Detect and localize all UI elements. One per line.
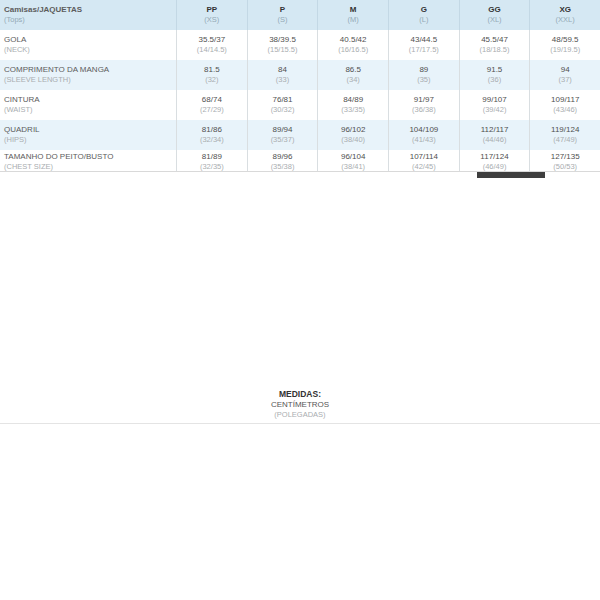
row-label: CINTURA(WAIST)	[0, 90, 176, 120]
measurement-cell-main: 38/39.5	[248, 35, 318, 45]
header-size-pp-main: PP	[177, 5, 247, 15]
measurement-cell: 84/89(33/35)	[317, 90, 388, 120]
row-label-sub: (NECK)	[4, 45, 174, 55]
measurement-cell: 35.5/37(14/14.5)	[176, 30, 247, 60]
header-size-gg-main: GG	[460, 5, 530, 15]
measurement-cell: 86.5(34)	[317, 60, 388, 90]
table-row: TAMANHO DO PEITO/BUSTO(CHEST SIZE)81/89(…	[0, 150, 600, 172]
measurement-cell-sub: (27/29)	[177, 105, 247, 115]
measurement-cell-main: 40.5/42	[318, 35, 388, 45]
measurement-cell-main: 81/86	[177, 125, 247, 135]
measurement-cell: 81/86(32/34)	[176, 120, 247, 150]
measurement-cell-sub: (32/35)	[177, 162, 247, 171]
measurement-cell-sub: (42/45)	[389, 162, 459, 171]
header-size-gg-sub: (XL)	[460, 15, 530, 25]
measurement-cell-sub: (17/17.5)	[389, 45, 459, 55]
measurement-cell: 104/109(41/43)	[388, 120, 459, 150]
table-header-row: Camisas/JAQUETAS(Tops)PP(XS)P(S)M(M)G(L)…	[0, 0, 600, 30]
row-label: COMPRIMENTO DA MANGA(SLEEVE LENGTH)	[0, 60, 176, 90]
measurement-cell: 81/89(32/35)	[176, 150, 247, 171]
header-size-g-main: G	[389, 5, 459, 15]
measurement-cell-sub: (16/16.5)	[318, 45, 388, 55]
header-size-gg: GG(XL)	[459, 0, 530, 30]
measurement-cell-main: 86.5	[318, 65, 388, 75]
row-label: GOLA(NECK)	[0, 30, 176, 60]
measurement-cell: 94(37)	[529, 60, 600, 90]
measurement-cell: 109/117(43/46)	[529, 90, 600, 120]
measurement-cell-sub: (33)	[248, 75, 318, 85]
measurement-cell: 117/124(46/49)	[459, 150, 530, 171]
measurement-cell-sub: (41/43)	[389, 135, 459, 145]
measurement-cell-main: 107/114	[389, 152, 459, 162]
header-size-p: P(S)	[247, 0, 318, 30]
measurement-cell-main: 35.5/37	[177, 35, 247, 45]
measurement-cell-sub: (38/40)	[318, 135, 388, 145]
header-size-m: M(M)	[317, 0, 388, 30]
measurement-cell-sub: (30/32)	[248, 105, 318, 115]
header-size-m-sub: (M)	[318, 15, 388, 25]
measurement-cell-sub: (35/38)	[248, 162, 318, 171]
measurement-cell: 89/96(35/38)	[247, 150, 318, 171]
measurement-cell-sub: (47/49)	[530, 135, 600, 145]
measurement-cell: 68/74(27/29)	[176, 90, 247, 120]
header-size-p-main: P	[248, 5, 318, 15]
row-label-main: GOLA	[4, 35, 174, 45]
measurement-cell-sub: (14/14.5)	[177, 45, 247, 55]
measurement-cell-main: 99/107	[460, 95, 530, 105]
header-size-pp: PP(XS)	[176, 0, 247, 30]
measurement-cell-sub: (35)	[389, 75, 459, 85]
header-title-cell: Camisas/JAQUETAS(Tops)	[0, 0, 176, 30]
measurement-cell-main: 94	[530, 65, 600, 75]
measurement-cell-sub: (32/34)	[177, 135, 247, 145]
measurement-cell-main: 112/117	[460, 125, 530, 135]
table-row: GOLA(NECK)35.5/37(14/14.5)38/39.5(15/15.…	[0, 30, 600, 60]
row-label-sub: (SLEEVE LENGTH)	[4, 75, 174, 85]
measurement-cell: 119/124(47/49)	[529, 120, 600, 150]
header-title-cell-main: Camisas/JAQUETAS	[4, 5, 174, 15]
measurement-cell: 45.5/47(18/18.5)	[459, 30, 530, 60]
header-size-p-sub: (S)	[248, 15, 318, 25]
measurement-unit-alt: (POLEGADAS)	[0, 410, 600, 420]
measurement-cell-main: 127/135	[530, 152, 600, 162]
measurement-cell-main: 81/89	[177, 152, 247, 162]
measurement-cell: 48/59.5(19/19.5)	[529, 30, 600, 60]
row-label: QUADRIL(HIPS)	[0, 120, 176, 150]
row-label-sub: (WAIST)	[4, 105, 174, 115]
measurement-cell: 43/44.5(17/17.5)	[388, 30, 459, 60]
measurement-cell: 96/102(38/40)	[317, 120, 388, 150]
measurement-cell: 81.5(32)	[176, 60, 247, 90]
size-chart-page: MasculinoFemininoInfantilCalçados Camisa…	[0, 0, 600, 600]
row-label-main: COMPRIMENTO DA MANGA	[4, 65, 174, 75]
header-size-g: G(L)	[388, 0, 459, 30]
measurement-cell-main: 96/104	[318, 152, 388, 162]
measurement-cell: 89(35)	[388, 60, 459, 90]
row-label: TAMANHO DO PEITO/BUSTO(CHEST SIZE)	[0, 150, 176, 171]
measurement-note-title: MEDIDAS:	[0, 389, 600, 400]
row-label-main: TAMANHO DO PEITO/BUSTO	[4, 152, 174, 162]
measurement-cell-main: 68/74	[177, 95, 247, 105]
measurement-cell: 107/114(42/45)	[388, 150, 459, 171]
measurement-cell-main: 84/89	[318, 95, 388, 105]
measurement-cell: 40.5/42(16/16.5)	[317, 30, 388, 60]
measurement-cell: 127/135(50/53)	[529, 150, 600, 171]
header-size-xg: XG(XXL)	[529, 0, 600, 30]
measurement-cell-main: 45.5/47	[460, 35, 530, 45]
measurement-cell-main: 104/109	[389, 125, 459, 135]
measurement-cell-main: 119/124	[530, 125, 600, 135]
table-row: COMPRIMENTO DA MANGA(SLEEVE LENGTH)81.5(…	[0, 60, 600, 90]
measurement-cell-sub: (43/46)	[530, 105, 600, 115]
measurement-cell-main: 89	[389, 65, 459, 75]
measurement-cell-sub: (38/41)	[318, 162, 388, 171]
header-size-pp-sub: (XS)	[177, 15, 247, 25]
measurement-cell: 112/117(44/46)	[459, 120, 530, 150]
measurement-cell-sub: (34)	[318, 75, 388, 85]
measurement-cell: 96/104(38/41)	[317, 150, 388, 171]
measurement-cell: 89/94(35/37)	[247, 120, 318, 150]
measurement-cell-sub: (36)	[460, 75, 530, 85]
table-row: CINTURA(WAIST)68/74(27/29)76/81(30/32)84…	[0, 90, 600, 120]
measurement-cell-main: 109/117	[530, 95, 600, 105]
header-size-g-sub: (L)	[389, 15, 459, 25]
measurement-cell: 91/97(36/38)	[388, 90, 459, 120]
measurement-cell-main: 81.5	[177, 65, 247, 75]
measurement-cell: 38/39.5(15/15.5)	[247, 30, 318, 60]
